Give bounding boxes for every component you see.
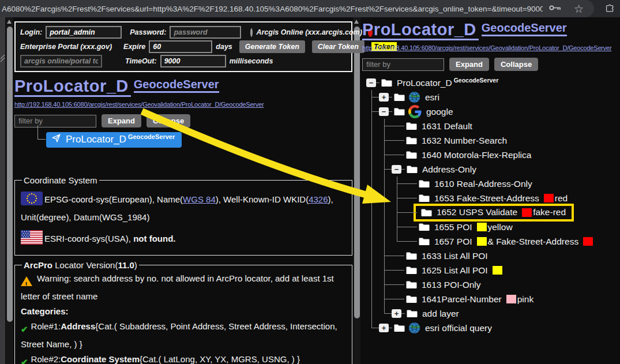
color-swatch: [477, 237, 487, 246]
tree-guide: [371, 220, 372, 234]
eu-flag-icon: [21, 192, 43, 210]
color-swatch: [493, 266, 502, 275]
epsg-line: EPSG-coord-sys(European), Name(WGS 84), …: [21, 192, 346, 225]
expand-toggle[interactable]: +: [379, 93, 389, 102]
color-swatch: [544, 194, 554, 202]
scroll-up-arrow-icon[interactable]: [354, 20, 359, 24]
inline-link[interactable]: WGS 84: [183, 194, 216, 204]
extensions-icon[interactable]: [604, 3, 615, 16]
tree-guide: [371, 191, 372, 205]
scrollbar-thumb[interactable]: [354, 27, 360, 318]
folder-icon: [406, 266, 417, 275]
tree-node-label: 1653 Fake-Street-Address: [434, 193, 539, 204]
folder-icon: [406, 252, 417, 260]
arcgis-online-radio[interactable]: [250, 28, 253, 37]
tree-guide: [371, 177, 372, 191]
folder-icon: [419, 223, 430, 231]
tree-node[interactable]: 1631 Default: [362, 119, 620, 133]
tree-node-content: 1655 POIyellow: [417, 222, 513, 232]
bold-text: Coordinate System: [61, 354, 140, 364]
expire-input[interactable]: [149, 40, 212, 53]
resize-grip-icon[interactable]: [0, 54, 5, 65]
tree-guide: [371, 205, 372, 220]
clear-token-button[interactable]: Clear Token: [312, 40, 365, 53]
tree-guide: [384, 205, 385, 220]
text: red: [555, 193, 568, 204]
tree-guide: [385, 270, 404, 271]
collapse-button[interactable]: Collapse: [146, 114, 190, 127]
text: Role#2:: [31, 354, 61, 364]
timeout-input[interactable]: [160, 55, 226, 67]
left-panel: Login: Password: Arcgis Online (xxx.arcg…: [14, 17, 352, 364]
login-input[interactable]: [46, 26, 122, 39]
page-title-link[interactable]: ProLocator_D GeocodeServer: [14, 77, 352, 97]
timeout-label: TimeOut:: [125, 57, 157, 65]
filter-row: Expand Collapse: [362, 58, 620, 71]
page-title-link[interactable]: ProLocator_D GeocodeServer: [362, 21, 620, 40]
collapse-toggle[interactable]: −: [379, 107, 389, 116]
filter-input[interactable]: [14, 115, 96, 127]
tree-node[interactable]: 1625 List All POI: [362, 263, 620, 277]
collapse-toggle[interactable]: −: [366, 78, 376, 87]
tree-node[interactable]: −ProLocator_DGeocodeServer: [362, 76, 620, 90]
collapse-toggle[interactable]: −: [392, 165, 401, 174]
tree-guide: [385, 169, 392, 170]
scrollbar-thumb[interactable]: [7, 27, 13, 322]
tree-node-content: Address-Only: [405, 164, 476, 175]
tree-node[interactable]: 1640 Motorola-Flex-Replica: [362, 148, 620, 162]
page-title: ProLocator_D: [14, 77, 131, 97]
coordinate-system-legend: Coordinate System: [22, 175, 99, 185]
left-scrollbar[interactable]: [6, 17, 13, 364]
tree-node[interactable]: −Address-Only: [362, 162, 620, 177]
tree-node[interactable]: −google: [362, 104, 620, 119]
tree-node-label: 1633 List All POI: [422, 251, 488, 261]
selected-node-sup: GeocodeServer: [128, 133, 175, 140]
tree-node[interactable]: +esri: [362, 90, 620, 104]
tree-node[interactable]: 1610 Real-Address-Only: [362, 177, 620, 191]
tree-node-label: esri official query: [425, 323, 492, 333]
folder-icon: [406, 295, 417, 303]
warning-icon: [21, 274, 35, 289]
tree-node[interactable]: 1613 POI-Only: [362, 277, 620, 292]
tree-node-label: 1610 Real-Address-Only: [434, 179, 532, 189]
key-icon[interactable]: [548, 3, 561, 14]
selected-tree-node[interactable]: ProLocator_D GeocodeServer: [46, 132, 182, 148]
service-url-link[interactable]: http://192.168.40.105:6080/arcgis/rest/s…: [14, 101, 352, 108]
middle-scrollbar[interactable]: [353, 17, 360, 364]
inline-link[interactable]: 4326: [309, 194, 328, 204]
folder-icon: [419, 179, 430, 188]
tree-node[interactable]: +esri official query: [362, 321, 620, 335]
scroll-up-arrow-icon[interactable]: [7, 20, 12, 24]
tree-node-content: 1631 Default: [404, 121, 472, 132]
tree-node[interactable]: 1632 Number-Search: [362, 133, 620, 148]
tree-node-label: 1657 POI: [434, 237, 472, 247]
collapse-button[interactable]: Collapse: [494, 58, 538, 71]
password-input[interactable]: [170, 26, 241, 39]
bookmark-star-icon[interactable]: ☆: [574, 3, 584, 14]
tree-node-content: 1632 Number-Search: [404, 136, 507, 146]
tree-node[interactable]: 1652 USPS Validatefake-red: [362, 205, 620, 220]
tree-guide: [385, 284, 404, 285]
tree-node[interactable]: 1633 List All POI: [362, 249, 620, 263]
text: yellow: [488, 222, 513, 232]
tree-node[interactable]: 1641Parcel-Numberpink: [362, 292, 620, 306]
selected-node-label: ProLocator_D: [66, 134, 126, 145]
coordinate-system-section: Coordinate System EPSG-coord-sys(Europea…: [14, 175, 352, 256]
folder-icon: [406, 151, 417, 159]
collapsed-pane[interactable]: [0, 17, 5, 364]
tree-node[interactable]: 1655 POIyellow: [362, 220, 620, 234]
tree-node[interactable]: 1657 POI& Fake-Street-Address: [362, 234, 620, 249]
expand-button[interactable]: Expand: [449, 58, 489, 71]
days-label: days: [216, 43, 232, 51]
portal-token-input[interactable]: [20, 55, 102, 67]
tree-guide: [371, 234, 372, 249]
service-url-link[interactable]: http://192.168.40.105:6080/arcgis/rest/s…: [362, 44, 620, 51]
tree-node[interactable]: +add layer: [362, 306, 620, 321]
expand-toggle[interactable]: +: [379, 324, 389, 332]
tree-node-label: 1613 POI-Only: [422, 280, 481, 290]
expand-toggle[interactable]: +: [392, 309, 401, 318]
address-bar[interactable]: A6080%2Farcgis%2Frest%2Fservices&url=htt…: [0, 0, 594, 17]
expand-button[interactable]: Expand: [102, 114, 141, 127]
filter-input[interactable]: [362, 58, 444, 71]
generate-token-button[interactable]: Generate Token: [239, 40, 305, 53]
